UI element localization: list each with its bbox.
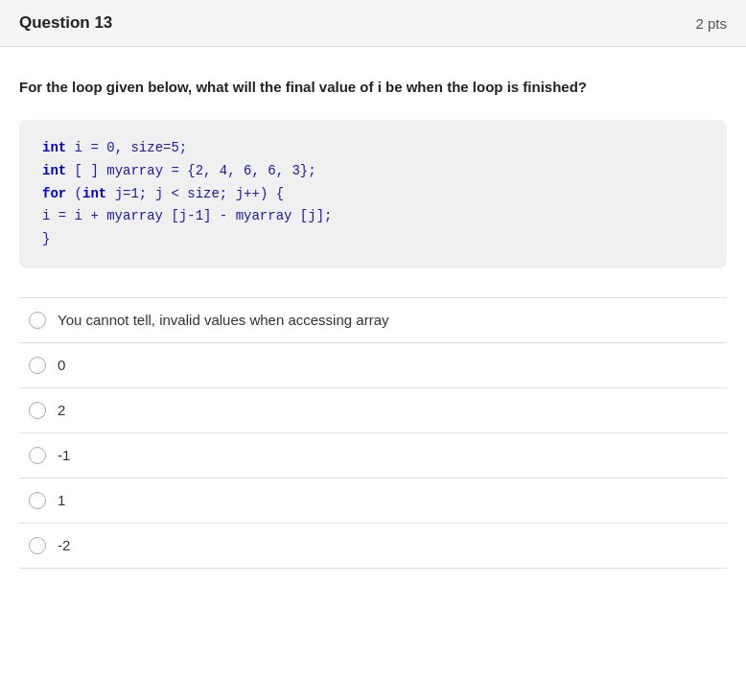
- code-line-1: int i = 0, size=5;: [42, 137, 704, 160]
- option-2[interactable]: 0: [19, 342, 727, 387]
- option-6[interactable]: -2: [19, 523, 727, 569]
- radio-4[interactable]: [29, 447, 46, 464]
- question-points: 2 pts: [695, 15, 727, 32]
- code-line-2: int [ ] myarray = {2, 4, 6, 6, 3};: [42, 160, 704, 183]
- code-line-5: }: [42, 228, 704, 251]
- option-4[interactable]: -1: [19, 432, 727, 478]
- option-label-4: -1: [58, 447, 70, 463]
- options-list: You cannot tell, invalid values when acc…: [19, 297, 727, 569]
- option-3[interactable]: 2: [19, 387, 727, 432]
- radio-5[interactable]: [29, 492, 46, 509]
- radio-2[interactable]: [29, 357, 46, 374]
- question-content: For the loop given below, what will the …: [0, 47, 746, 588]
- radio-3[interactable]: [29, 402, 46, 419]
- question-header: Question 13 2 pts: [0, 0, 746, 47]
- code-block: int i = 0, size=5; int [ ] myarray = {2,…: [19, 120, 727, 268]
- option-label-3: 2: [58, 402, 65, 418]
- radio-6[interactable]: [29, 537, 46, 554]
- option-label-1: You cannot tell, invalid values when acc…: [58, 312, 388, 328]
- radio-1[interactable]: [29, 312, 46, 329]
- code-line-3: for (int j=1; j < size; j++) {: [42, 183, 704, 206]
- option-5[interactable]: 1: [19, 478, 727, 523]
- question-title: Question 13: [19, 13, 112, 33]
- option-label-6: -2: [58, 537, 70, 553]
- option-label-2: 0: [58, 357, 65, 373]
- code-line-4: i = i + myarray [j-1] - myarray [j];: [42, 205, 704, 228]
- option-1[interactable]: You cannot tell, invalid values when acc…: [19, 297, 727, 342]
- option-label-5: 1: [58, 492, 65, 508]
- question-text: For the loop given below, what will the …: [19, 76, 727, 99]
